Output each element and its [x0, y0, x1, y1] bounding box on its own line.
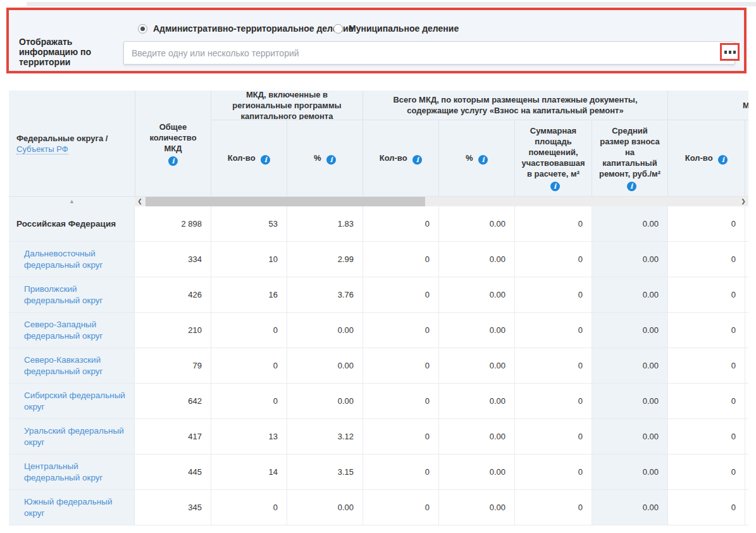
- federal-districts-table: Федеральные округа / Субъекты РФ Общее к…: [9, 91, 748, 525]
- territory-input[interactable]: [123, 41, 735, 65]
- cutoff-cell: [745, 348, 748, 383]
- value-cell: 0: [667, 419, 745, 454]
- territory-link[interactable]: Северо-Кавказский федеральный округ: [24, 354, 129, 377]
- table-body: Российская Федерация2 898531.8300.0000.0…: [9, 206, 748, 525]
- value-cell: 14: [211, 455, 287, 489]
- territory-picker-button[interactable]: [720, 43, 740, 61]
- table-row: Уральский федеральный округ417133.1200.0…: [9, 419, 748, 455]
- scrollbar-thumb[interactable]: [146, 197, 425, 206]
- territory-link[interactable]: Уральский федеральный округ: [24, 425, 129, 448]
- info-icon[interactable]: i: [326, 155, 336, 165]
- group-header-next-truncated: М: [667, 91, 748, 120]
- column-label: Суммарная площадь помещений, участвовавш…: [520, 125, 586, 191]
- ellipsis-icon: [724, 51, 727, 54]
- info-icon[interactable]: i: [478, 155, 488, 165]
- territory-name-cell: Центральный федеральный округ: [9, 455, 135, 489]
- value-cell: 0.00: [592, 277, 667, 312]
- cutoff-cell: [745, 455, 748, 489]
- horizontal-scrollbar[interactable]: ❮ ❯: [135, 197, 748, 206]
- value-cell: 0.00: [438, 490, 514, 525]
- value-cell: 0: [667, 490, 745, 525]
- territory-link[interactable]: Южный федеральный округ: [24, 496, 129, 519]
- territory-link[interactable]: Сибирский федеральный округ: [24, 390, 129, 413]
- federal-districts-label: Федеральные округа /: [16, 134, 108, 143]
- value-cell: 0: [514, 277, 592, 312]
- info-icon[interactable]: i: [412, 155, 422, 165]
- value-cell: 0: [363, 206, 438, 241]
- value-cell: 0.00: [592, 206, 667, 241]
- group-next-label: М: [743, 100, 748, 111]
- value-cell: 0: [667, 313, 745, 348]
- radio-municipal-division[interactable]: Муниципальное деление: [333, 23, 459, 34]
- value-cell: 0: [363, 348, 438, 383]
- total-mkd-label: Общее количество МКД: [140, 122, 206, 154]
- value-cell: 417: [135, 419, 211, 454]
- territory-name-cell: Южный федеральный округ: [9, 490, 135, 525]
- sort-box: ▲: [9, 197, 135, 206]
- value-cell: 210: [135, 313, 211, 348]
- scroll-right-icon[interactable]: ❯: [738, 197, 748, 206]
- value-cell: 0: [667, 384, 745, 418]
- radio-administrative-division-label: Административно-территориальное деление: [153, 23, 353, 34]
- table-row: Сибирский федеральный округ64200.0000.00…: [9, 384, 748, 419]
- cutoff-cell: [745, 419, 748, 454]
- column-header-payments-count: Кол-во i: [363, 120, 438, 196]
- info-icon[interactable]: i: [550, 182, 560, 191]
- territory-link[interactable]: Приволжский федеральный округ: [24, 284, 129, 306]
- value-cell: 642: [135, 384, 211, 418]
- value-cell: 0: [514, 384, 592, 418]
- info-icon[interactable]: i: [261, 155, 270, 165]
- territory-name-cell: Северо-Кавказский федеральный округ: [9, 348, 135, 383]
- subjects-rf-link[interactable]: Субъекты РФ: [16, 144, 68, 154]
- value-cell: 0.00: [438, 348, 514, 383]
- cutoff-cell: [745, 313, 748, 348]
- territory-link[interactable]: Дальневосточный федеральный округ: [24, 248, 129, 271]
- territory-link[interactable]: Центральный федеральный округ: [24, 461, 129, 484]
- info-icon[interactable]: i: [718, 155, 728, 165]
- value-cell: 0: [667, 206, 745, 241]
- territory-name-cell: Северо-Западный федеральный округ: [9, 313, 135, 348]
- radio-administrative-division[interactable]: Административно-территориальное деление: [138, 23, 353, 34]
- value-cell: 0.00: [592, 419, 667, 454]
- territory-field-label: Отображать информацию по территории: [19, 37, 128, 67]
- value-cell: 0.00: [438, 455, 514, 489]
- value-cell: 0: [211, 384, 287, 418]
- value-cell: 0.00: [592, 242, 667, 277]
- info-icon[interactable]: i: [168, 156, 178, 166]
- value-cell: 0.00: [287, 490, 363, 525]
- territory-link[interactable]: Северо-Западный федеральный округ: [24, 319, 129, 342]
- radio-municipal-division-label: Муниципальное деление: [349, 23, 459, 34]
- table-row: Южный федеральный округ34500.0000.0000.0…: [9, 490, 748, 525]
- value-cell: 2.99: [287, 242, 363, 277]
- value-cell: 0: [514, 490, 592, 525]
- value-cell: 0.00: [592, 384, 667, 418]
- value-cell: 0: [211, 313, 287, 348]
- column-header-total-area: Суммарная площадь помещений, участвовавш…: [514, 120, 592, 196]
- value-cell: 0.00: [287, 313, 363, 348]
- sort-asc-icon[interactable]: ▲: [69, 199, 75, 204]
- value-cell: 0: [514, 313, 592, 348]
- value-cell: 0: [363, 490, 438, 525]
- value-cell: 0: [667, 348, 745, 383]
- value-cell: 0.00: [438, 277, 514, 312]
- value-cell: 0: [211, 490, 287, 525]
- value-cell: 0.00: [438, 419, 514, 454]
- value-cell: 0.00: [438, 206, 514, 241]
- radio-unselected-icon[interactable]: [333, 24, 343, 34]
- value-cell: 445: [135, 455, 211, 489]
- value-cell: 0: [363, 277, 438, 312]
- value-cell: 0.00: [592, 455, 667, 489]
- column-label: Кол-во i: [380, 153, 423, 165]
- radio-selected-icon[interactable]: [138, 24, 147, 34]
- value-cell: 0.00: [438, 313, 514, 348]
- value-cell: 0.00: [287, 384, 363, 418]
- value-cell: 0: [514, 419, 592, 454]
- info-icon[interactable]: i: [627, 182, 636, 191]
- table-row: Приволжский федеральный округ426163.7600…: [9, 277, 748, 313]
- column-label: Средний размер взноса на капитальный рем…: [597, 125, 662, 191]
- value-cell: 10: [211, 242, 287, 277]
- value-cell: 0: [363, 313, 438, 348]
- territory-name-cell: Сибирский федеральный округ: [9, 384, 135, 418]
- scroll-left-icon[interactable]: ❮: [135, 197, 145, 206]
- territory-name-cell: Приволжский федеральный округ: [9, 277, 135, 312]
